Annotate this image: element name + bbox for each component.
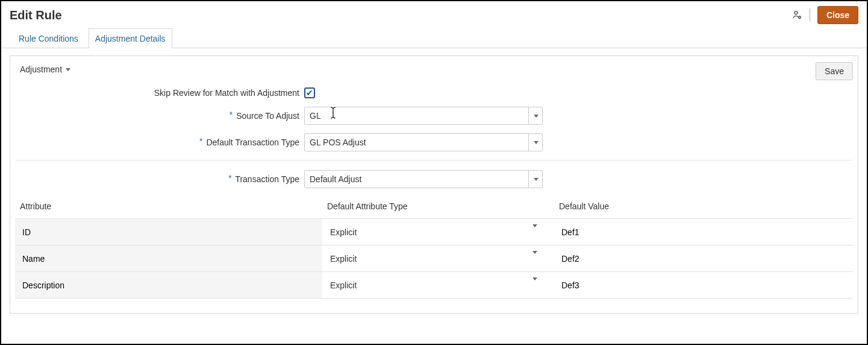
close-button[interactable]: Close <box>817 6 858 24</box>
cell-attribute: ID <box>15 219 322 245</box>
page-title: Edit Rule <box>10 8 62 22</box>
cell-value: Def1 <box>554 219 853 245</box>
skip-review-label: Skip Review for Match with Adjustment <box>15 88 304 98</box>
col-type: Default Attribute Type <box>322 197 554 219</box>
cell-attribute: Description <box>15 272 322 299</box>
default-txn-label: Default Transaction Type <box>206 138 299 147</box>
attribute-type-select[interactable] <box>327 276 541 294</box>
default-txn-input[interactable] <box>304 133 543 151</box>
chevron-down-icon[interactable] <box>528 133 543 151</box>
separator <box>15 160 853 160</box>
required-indicator: * <box>228 173 231 183</box>
cell-value: Def3 <box>554 272 853 299</box>
chevron-down-icon[interactable] <box>532 280 537 290</box>
txn-input[interactable] <box>304 170 543 188</box>
txn-label: Transaction Type <box>235 174 299 184</box>
user-settings-icon[interactable] <box>792 10 802 21</box>
tab-bar: Rule Conditions Adjustment Details <box>1 28 867 48</box>
adjustment-label: Adjustment <box>20 65 62 74</box>
col-attribute: Attribute <box>15 197 322 219</box>
divider <box>810 8 810 22</box>
table-row: DescriptionDef3 <box>15 272 853 299</box>
skip-review-checkbox[interactable]: ✔ <box>304 87 315 98</box>
chevron-down-icon[interactable] <box>532 254 537 264</box>
save-button[interactable]: Save <box>816 62 853 80</box>
table-row: IDDef1 <box>15 219 853 245</box>
attribute-type-select[interactable] <box>327 223 541 241</box>
required-indicator: * <box>199 136 202 146</box>
check-icon: ✔ <box>306 89 313 97</box>
attribute-type-input[interactable] <box>327 250 541 268</box>
source-label: Source To Adjust <box>236 111 299 121</box>
cell-value: Def2 <box>554 245 853 272</box>
source-select[interactable] <box>304 107 543 125</box>
attribute-type-input[interactable] <box>327 276 541 294</box>
chevron-down-icon[interactable] <box>532 227 537 237</box>
required-indicator: * <box>229 110 233 119</box>
adjustment-dropdown[interactable]: Adjustment <box>17 62 73 77</box>
tab-adjustment-details[interactable]: Adjustment Details <box>89 28 172 48</box>
chevron-down-icon[interactable] <box>528 107 543 125</box>
attribute-type-input[interactable] <box>327 223 541 241</box>
attribute-type-select[interactable] <box>327 250 541 268</box>
cell-attribute: Name <box>15 245 322 272</box>
chevron-down-icon[interactable] <box>528 170 543 188</box>
tab-rule-conditions[interactable]: Rule Conditions <box>12 28 85 48</box>
caret-down-icon <box>66 68 70 71</box>
attribute-table: Attribute Default Attribute Type Default… <box>15 197 853 299</box>
table-row: NameDef2 <box>15 245 853 272</box>
source-input[interactable] <box>304 107 543 125</box>
col-value: Default Value <box>554 197 853 219</box>
txn-select[interactable] <box>304 170 543 188</box>
default-txn-select[interactable] <box>304 133 543 151</box>
svg-point-0 <box>795 11 798 14</box>
